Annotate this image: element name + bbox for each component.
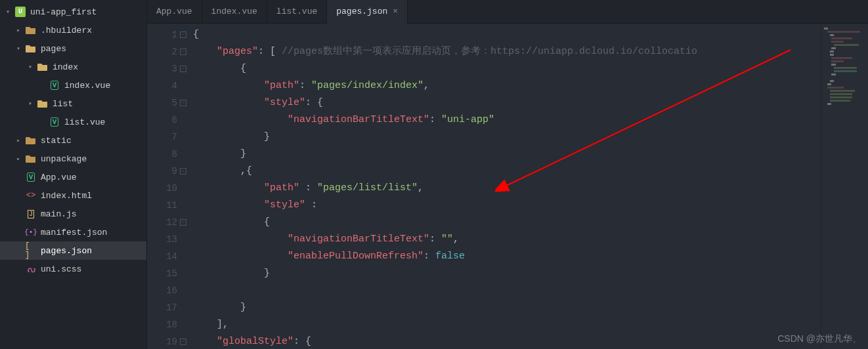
line-gutter: 1−2−3−45−6789−101112−13141516171819− — [147, 24, 184, 349]
line-number: 9− — [147, 163, 184, 180]
line-number: 6 — [147, 112, 184, 129]
tree-item-label: static — [41, 136, 72, 146]
fold-icon[interactable]: − — [180, 31, 186, 38]
vue-file-icon: V — [49, 116, 60, 128]
code-line[interactable]: } — [193, 146, 821, 163]
code-line[interactable]: } — [193, 129, 821, 146]
line-number: 19− — [147, 333, 184, 349]
tree-item-label: main.js — [41, 209, 77, 219]
tab-pages-json[interactable]: pages.json× — [327, 0, 408, 23]
line-number: 3− — [147, 60, 184, 77]
tree-item-App-vue[interactable]: VApp.vue — [0, 168, 146, 186]
tab-list-vue[interactable]: list.vue — [267, 0, 327, 23]
tree-item-index-vue[interactable]: Vindex.vue — [0, 76, 146, 94]
editor-area: App.vueindex.vuelist.vuepages.json× 1−2−… — [147, 0, 868, 349]
tree-item-manifest-json[interactable]: {•}manifest.json — [0, 223, 146, 241]
tree-item-static[interactable]: ▸static — [0, 131, 146, 150]
html-file-icon: <> — [25, 190, 37, 201]
code-line[interactable]: "path": "pages/index/index", — [193, 77, 821, 94]
line-number: 14 — [147, 248, 184, 265]
minimap[interactable] — [821, 24, 868, 349]
tab-App-vue[interactable]: App.vue — [147, 0, 202, 23]
tree-item-label: App.vue — [41, 173, 77, 182]
code-line[interactable]: "navigationBarTitleText": "", — [193, 231, 821, 248]
code-line[interactable]: ], — [193, 316, 821, 333]
tree-item-uni-scss[interactable]: ᔓuni.scss — [0, 260, 146, 278]
fold-icon[interactable]: − — [180, 66, 186, 72]
code-line[interactable]: { — [193, 214, 821, 231]
tree-item-main-js[interactable]: Jmain.js — [0, 205, 146, 223]
code-line[interactable]: "style" : — [193, 197, 821, 214]
fold-icon[interactable]: − — [180, 168, 186, 174]
tree-item-label: pages — [41, 44, 66, 54]
tab-index-vue[interactable]: index.vue — [202, 0, 267, 23]
line-number: 12− — [147, 214, 184, 231]
line-number: 2− — [147, 43, 184, 60]
chevron-down-icon: ▾ — [4, 8, 12, 16]
code-editor[interactable]: 1−2−3−45−6789−101112−13141516171819− { "… — [147, 24, 868, 349]
chevron-spacer — [14, 192, 22, 199]
code-line[interactable] — [193, 282, 821, 299]
code-line[interactable]: "pages": [ //pages数组中第一项表示应用启动页，参考：https… — [193, 43, 821, 60]
code-line[interactable]: "path" : "pages/list/list", — [193, 180, 821, 197]
chevron-spacer — [14, 265, 22, 273]
code-line[interactable]: { — [193, 60, 821, 77]
chevron-spacer — [14, 247, 22, 255]
chevron-spacer — [14, 228, 22, 236]
chevron-right-icon: ▸ — [14, 136, 22, 144]
code-line[interactable]: "enablePullDownRefresh": false — [193, 248, 821, 265]
project-root[interactable]: ▾ U uni-app_first — [0, 3, 146, 21]
line-number: 13 — [147, 231, 184, 248]
code-line[interactable]: "globalStyle": { — [193, 333, 821, 349]
code-line[interactable]: } — [193, 265, 821, 282]
chevron-right-icon: ▸ — [14, 26, 22, 34]
json-file-icon: [ ] — [25, 245, 37, 257]
folder-icon — [37, 61, 49, 73]
tab-label: index.vue — [211, 7, 257, 16]
tree-item-label: pages.json — [41, 246, 92, 256]
tree-item-list-vue[interactable]: Vlist.vue — [0, 113, 146, 131]
folder-icon — [25, 153, 37, 165]
line-number: 17 — [147, 299, 184, 316]
line-number: 8 — [147, 146, 184, 163]
code-line[interactable]: } — [193, 299, 821, 316]
watermark: CSDN @亦世凡华、 — [777, 333, 861, 345]
tab-label: list.vue — [276, 7, 317, 16]
line-number: 18 — [147, 316, 184, 333]
close-icon[interactable]: × — [393, 7, 398, 16]
tree-item-index[interactable]: ▾index — [0, 58, 146, 76]
line-number: 16 — [147, 282, 184, 299]
chevron-down-icon: ▾ — [26, 63, 34, 71]
tree-item--hbuilderx[interactable]: ▸.hbuilderx — [0, 21, 146, 39]
folder-icon — [25, 43, 37, 54]
code-line[interactable]: "navigationBarTitleText": "uni-app" — [193, 112, 821, 129]
fold-icon[interactable]: − — [180, 219, 186, 226]
fold-icon[interactable]: − — [180, 49, 186, 55]
project-name: uni-app_first — [30, 7, 97, 17]
tree-item-list[interactable]: ▾list — [0, 94, 146, 113]
code-content[interactable]: { "pages": [ //pages数组中第一项表示应用启动页，参考：htt… — [184, 24, 821, 349]
folder-icon — [25, 24, 37, 36]
line-number: 7 — [147, 129, 184, 146]
line-number: 1− — [147, 26, 184, 43]
fold-icon[interactable]: − — [180, 339, 186, 345]
tree-item-label: index — [53, 62, 78, 72]
line-number: 11 — [147, 197, 184, 214]
code-line[interactable]: ,{ — [193, 163, 821, 180]
tree-item-label: index.vue — [64, 81, 110, 91]
tree-item-pages[interactable]: ▾pages — [0, 39, 146, 58]
chevron-right-icon: ▸ — [14, 155, 22, 163]
chevron-spacer — [38, 81, 46, 89]
chevron-spacer — [38, 118, 46, 126]
line-number: 5− — [147, 94, 184, 112]
chevron-down-icon: ▾ — [14, 45, 22, 52]
tree-item-label: unpackage — [41, 154, 87, 164]
code-line[interactable]: "style": { — [193, 94, 821, 112]
tree-item-label: .hbuilderx — [41, 26, 92, 35]
tree-item-unpackage[interactable]: ▸unpackage — [0, 150, 146, 168]
fold-icon[interactable]: − — [180, 100, 186, 106]
code-line[interactable]: { — [193, 26, 821, 43]
tree-item-index-html[interactable]: <>index.html — [0, 186, 146, 205]
chevron-spacer — [14, 210, 22, 218]
tree-item-pages-json[interactable]: [ ]pages.json — [0, 241, 146, 260]
